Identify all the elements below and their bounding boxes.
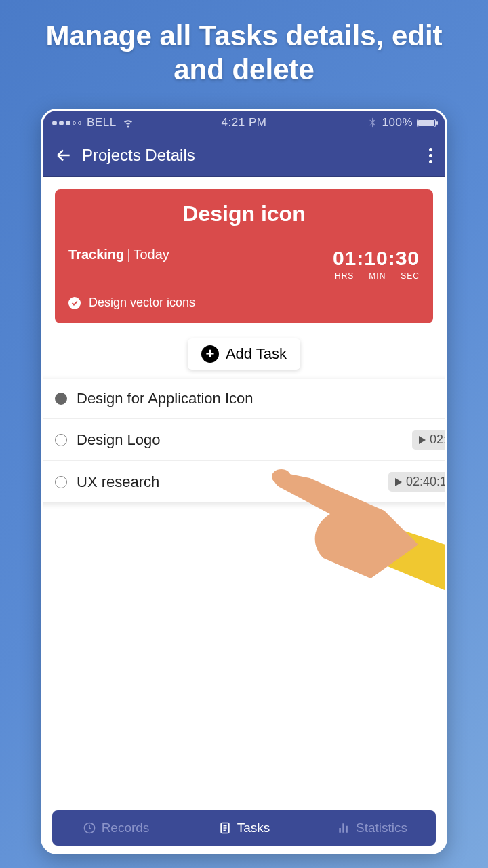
stats-icon [337, 821, 350, 835]
records-icon [83, 821, 96, 835]
check-icon[interactable] [55, 393, 67, 405]
phone-frame: BELL 4:21 PM 100% Projects Details Desig… [41, 108, 447, 854]
menu-icon[interactable] [429, 148, 433, 163]
signal-icon [52, 121, 81, 125]
battery-label: 100% [382, 116, 413, 130]
tracking-card[interactable]: Design icon Tracking|Today 01:10:30 HRSM… [55, 189, 433, 323]
hand-illustration [249, 443, 447, 619]
nav-statistics[interactable]: Statistics [308, 810, 436, 846]
back-icon[interactable] [55, 146, 73, 164]
timer: 01:10:30 HRSMINSEC [333, 247, 420, 281]
nav-records[interactable]: Records [52, 810, 180, 846]
nav-tasks[interactable]: Tasks [180, 810, 308, 846]
status-time: 4:21 PM [180, 116, 308, 130]
add-task-button[interactable]: + Add Task [188, 338, 300, 370]
tasks-icon [218, 821, 232, 835]
screen-title: Projects Details [82, 146, 429, 165]
promo-title: Manage all Tasks details, edit and delet… [0, 0, 488, 87]
task-label: Design for Application Icon [77, 390, 445, 408]
svg-point-2 [272, 469, 291, 484]
subtask-row: Design vector icons [68, 296, 420, 310]
bottom-nav: Records Tasks Statistics [52, 810, 436, 846]
wifi-icon [122, 117, 134, 129]
task-row[interactable]: Design for Application Icon [43, 379, 445, 419]
plus-icon: + [201, 345, 219, 363]
battery-icon [417, 119, 436, 127]
app-bar: Projects Details [43, 135, 445, 177]
bluetooth-icon [366, 117, 378, 129]
check-icon [68, 297, 81, 309]
check-icon[interactable] [55, 476, 67, 488]
card-title: Design icon [68, 201, 420, 226]
carrier-label: BELL [87, 116, 117, 130]
check-icon[interactable] [55, 434, 67, 446]
status-bar: BELL 4:21 PM 100% [43, 111, 445, 135]
tracking-status: Tracking|Today [68, 247, 169, 262]
